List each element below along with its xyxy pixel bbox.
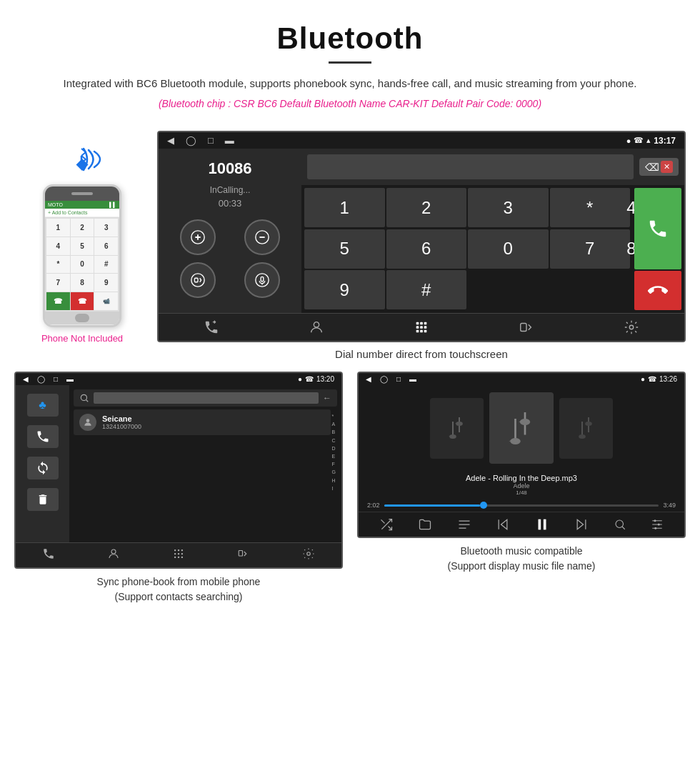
key-1[interactable]: 1 xyxy=(304,188,385,227)
phone-key-hash[interactable]: # xyxy=(94,256,118,274)
car-screen-section: ◀ ◯ □ ▬ ● ☎ ▴ 13:17 10086 InCalling... xyxy=(150,131,686,372)
key-star[interactable]: * xyxy=(550,188,631,227)
music-shuffle-btn[interactable] xyxy=(379,517,394,532)
page-header: Bluetooth Integrated with BC6 Bluetooth … xyxy=(0,0,700,131)
key-2[interactable]: 2 xyxy=(386,188,467,227)
key-7[interactable]: 7 xyxy=(550,229,631,269)
key-hash[interactable]: # xyxy=(386,270,467,309)
svg-rect-30 xyxy=(174,557,176,558)
bottom-screens-area: ◀ ◯ □ ▬ ● ☎ 13:20 ♣ xyxy=(0,372,700,605)
phone-key-5[interactable]: 5 xyxy=(71,237,94,255)
phone-key-star[interactable]: * xyxy=(46,256,70,274)
svg-point-39 xyxy=(579,434,586,439)
pb-sync-btn[interactable] xyxy=(27,457,59,479)
key-9[interactable]: 9 xyxy=(304,270,385,309)
volume-down-btn[interactable] xyxy=(244,219,280,255)
volume-up-btn[interactable] xyxy=(180,219,216,255)
music-search-btn[interactable] xyxy=(614,517,626,532)
phone-key-0[interactable]: 0 xyxy=(71,256,94,274)
pb-back-icon[interactable]: ◀ xyxy=(23,375,29,383)
music-back-icon[interactable]: ◀ xyxy=(366,375,371,383)
menu-nav-icon[interactable]: ▬ xyxy=(225,135,234,146)
music-home-icon[interactable]: ◯ xyxy=(380,375,388,383)
phone-key-1[interactable]: 1 xyxy=(46,219,70,237)
dialer-area: 10086 InCalling... 00:33 xyxy=(159,149,684,313)
music-title: Adele - Rolling In the Deep.mp3 xyxy=(361,474,681,482)
dialer-input-field[interactable] xyxy=(307,154,634,179)
phone-call-btn[interactable]: ☎ xyxy=(46,292,70,310)
pb-nav-settings[interactable] xyxy=(302,547,315,563)
key-0[interactable]: 0 xyxy=(468,229,549,269)
key-3[interactable]: 3 xyxy=(468,188,549,227)
music-status-icons: ● ☎ 13:26 xyxy=(641,375,677,383)
music-eq-btn[interactable] xyxy=(651,517,664,532)
alpha-d: D xyxy=(332,444,336,452)
phone-video-btn[interactable]: 📹 xyxy=(94,292,118,310)
nav-dialpad-btn[interactable] xyxy=(414,319,429,335)
music-next-btn[interactable] xyxy=(574,517,589,532)
home-nav-icon[interactable]: ◯ xyxy=(186,135,196,146)
music-folder-btn[interactable] xyxy=(418,517,432,532)
nav-contacts-btn[interactable] xyxy=(309,319,324,335)
phone-key-6[interactable]: 6 xyxy=(94,237,118,255)
phone-end-btn[interactable]: ☎ xyxy=(71,292,94,310)
music-play-pause-btn[interactable] xyxy=(534,517,550,532)
music-caption: Bluetooth music compatible(Support displ… xyxy=(357,544,686,574)
pb-contact-item[interactable]: Seicane 13241007000 xyxy=(74,409,331,435)
phone-home-button[interactable] xyxy=(75,314,89,322)
backspace-icon: ⌫ xyxy=(645,161,659,173)
music-screen-wrapper: ◀ ◯ □ ▬ ● ☎ 13:26 xyxy=(357,372,686,605)
back-nav-icon[interactable]: ◀ xyxy=(167,135,174,146)
call-accept-btn[interactable] xyxy=(634,188,681,269)
svg-rect-18 xyxy=(521,324,526,332)
recents-nav-icon[interactable]: □ xyxy=(208,135,214,146)
pb-location-icon: ● xyxy=(298,375,302,383)
music-caption-sub: (Support display music file name) xyxy=(448,560,596,572)
pb-nav-dialpad[interactable] xyxy=(172,547,185,563)
music-recents-icon[interactable]: □ xyxy=(396,375,401,383)
transfer-btn[interactable] xyxy=(180,262,216,298)
phone-key-8[interactable]: 8 xyxy=(71,274,94,292)
phone-key-4[interactable]: 4 xyxy=(46,237,70,255)
pb-search-input[interactable] xyxy=(94,392,319,404)
pb-nav-transfer[interactable] xyxy=(237,547,250,563)
music-playlist-btn[interactable] xyxy=(457,517,471,532)
svg-rect-13 xyxy=(420,326,423,329)
alpha-g: G xyxy=(332,468,336,476)
phone-key-9[interactable]: 9 xyxy=(94,274,118,292)
nav-call-btn[interactable] xyxy=(204,319,219,335)
pb-delete-btn[interactable] xyxy=(27,488,59,511)
mute-btn[interactable] xyxy=(244,262,280,298)
key-6[interactable]: 6 xyxy=(386,229,467,269)
phone-key-2[interactable]: 2 xyxy=(71,219,94,237)
pb-call-btn[interactable] xyxy=(27,425,59,448)
nav-transfer-btn[interactable] xyxy=(519,319,534,335)
music-menu-icon[interactable]: ▬ xyxy=(409,375,416,383)
bt-icon-btn[interactable]: ♣ xyxy=(27,394,59,417)
alpha-c: C xyxy=(332,437,336,444)
pb-nav-contacts[interactable] xyxy=(107,547,120,563)
svg-point-51 xyxy=(654,519,656,522)
pb-contact-number: 13241007000 xyxy=(102,423,141,430)
svg-rect-15 xyxy=(416,330,419,333)
pb-nav-call[interactable] xyxy=(42,547,55,563)
bluetooth-icon-wrapper: ⬥ xyxy=(74,145,91,177)
pb-search-back[interactable]: ← xyxy=(323,393,331,403)
music-nav-icons: ◀ ◯ □ ▬ xyxy=(366,375,416,383)
pb-home-icon[interactable]: ◯ xyxy=(37,375,45,383)
music-seek-bar[interactable] xyxy=(384,504,659,507)
music-prev-btn[interactable] xyxy=(496,517,510,532)
svg-rect-32 xyxy=(181,557,183,558)
call-end-btn[interactable] xyxy=(634,271,681,310)
phone-key-3[interactable]: 3 xyxy=(94,219,118,237)
key-5[interactable]: 5 xyxy=(304,229,385,269)
dialer-controls xyxy=(169,219,291,298)
pb-menu-icon[interactable]: ▬ xyxy=(66,375,74,383)
pb-recents-icon[interactable]: □ xyxy=(54,375,58,383)
pb-search-field[interactable]: ← xyxy=(74,389,337,407)
screen-nav-bar xyxy=(159,313,684,341)
nav-settings-btn[interactable] xyxy=(624,319,639,335)
phone-key-7[interactable]: 7 xyxy=(46,274,70,292)
dialer-clear-btn[interactable]: ⌫ ✕ xyxy=(639,158,679,176)
pb-contact-details: Seicane 13241007000 xyxy=(102,414,141,430)
